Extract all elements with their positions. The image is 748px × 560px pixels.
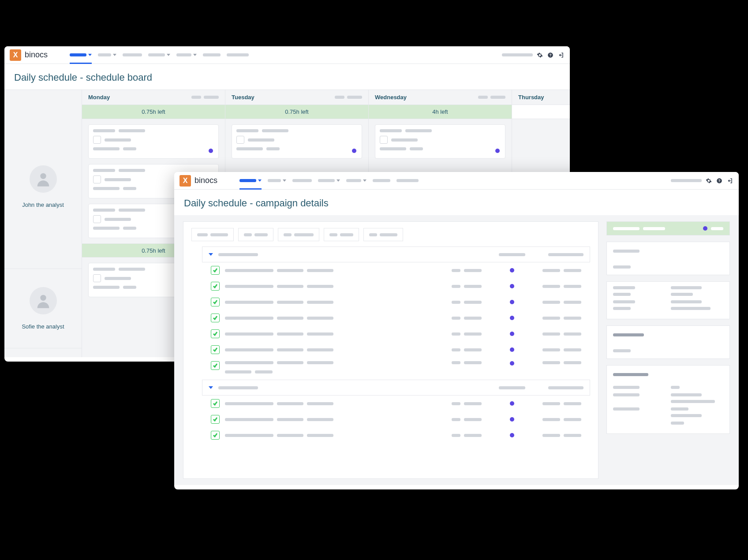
help-icon[interactable]: ? [716,177,723,184]
help-icon[interactable]: ? [547,52,554,59]
check-icon[interactable] [211,298,220,306]
check-icon[interactable] [211,282,220,291]
group-header[interactable] [202,380,590,396]
side-block [606,325,730,359]
day-header: Thursday [512,90,570,105]
nav-tab[interactable] [227,46,249,64]
nav-tab-active[interactable] [239,172,262,190]
status-dot [510,268,514,273]
check-icon[interactable] [211,361,220,370]
detail-main [183,221,598,479]
nav-tab[interactable] [318,172,340,190]
side-block [606,281,730,319]
day-name: Tuesday [232,94,254,101]
person-name: Sofie the analyst [22,323,64,330]
status-dot [510,401,514,406]
check-icon[interactable] [211,431,220,440]
avatar [30,165,57,193]
task-card[interactable] [88,124,219,159]
checkbox[interactable] [236,136,244,144]
brand-logo: X [10,49,21,61]
campaign-details-window: X binocs ? Daily schedule - campaign det… [174,172,739,489]
day-name: Monday [88,94,110,101]
gear-icon[interactable] [536,52,543,59]
task-row[interactable] [202,278,590,294]
nav-tab[interactable] [203,46,221,64]
checkbox[interactable] [93,215,101,223]
titlebar-placeholder [671,179,702,182]
day-header: Monday [82,90,225,105]
nav-tab[interactable] [98,46,116,64]
checkbox[interactable] [93,175,101,183]
person-cell: Sofie the analyst [4,269,82,348]
gear-icon[interactable] [705,177,712,184]
page-title: Daily schedule - schedule board [4,64,570,90]
task-list [202,396,590,443]
chevron-down-icon [209,253,213,256]
task-row[interactable] [202,342,590,358]
nav-tab[interactable] [292,172,312,190]
nav-tab[interactable] [148,46,170,64]
brand-name: binocs [194,176,217,185]
people-column: John the analyst Sofie the analyst [4,90,82,357]
logout-icon[interactable] [557,52,565,59]
check-icon[interactable] [211,345,220,354]
tab-chip[interactable] [238,228,273,241]
nav-tab[interactable] [123,46,142,64]
check-icon[interactable] [211,266,220,275]
nav-tab[interactable] [268,172,286,190]
task-card[interactable] [375,124,505,159]
checkbox[interactable] [93,274,101,282]
task-row[interactable] [202,427,590,443]
status-dot [352,149,356,153]
tabs-row [191,228,590,241]
nav-tab[interactable] [373,172,390,190]
check-icon[interactable] [211,329,220,338]
status-dot [510,332,514,336]
tab-chip[interactable] [363,228,403,241]
task-row[interactable] [202,310,590,326]
task-row[interactable] [202,411,590,427]
status-dot [495,149,500,153]
tab-chip[interactable] [191,228,234,241]
titlebar: X binocs ? [4,46,570,64]
task-row[interactable] [202,294,590,310]
status-dot [510,300,514,304]
task-list [202,262,590,377]
status-dot [510,284,514,288]
tab-chip[interactable] [324,228,359,241]
person-cell: John the analyst [4,90,82,269]
logout-icon[interactable] [726,177,733,184]
checkbox[interactable] [380,136,388,144]
day-header: Wednesday [369,90,512,105]
nav-tabs [239,172,419,190]
check-icon[interactable] [211,399,220,408]
group-header[interactable] [202,246,590,262]
titlebar: X binocs ? [174,172,739,190]
time-left: 4h left [369,105,512,119]
svg-point-2 [40,173,46,179]
nav-tab[interactable] [176,46,197,64]
chevron-down-icon [209,386,213,389]
day-header: Tuesday [225,90,368,105]
detail-body [174,215,739,485]
status-dot [510,316,514,320]
task-row[interactable] [202,358,590,377]
status-dot [209,149,213,153]
nav-tab-active[interactable] [70,46,92,64]
detail-side [606,221,730,479]
checkbox[interactable] [93,136,101,144]
task-row[interactable] [202,262,590,278]
side-block [606,242,730,275]
nav-tab[interactable] [346,172,367,190]
task-row[interactable] [202,326,590,342]
task-card[interactable] [232,124,362,159]
status-dot [510,347,514,352]
check-icon[interactable] [211,415,220,424]
tab-chip[interactable] [278,228,319,241]
status-dot [510,433,514,437]
nav-tab[interactable] [396,172,419,190]
task-row[interactable] [202,396,590,411]
check-icon[interactable] [211,314,220,322]
brand-logo: X [180,175,191,187]
